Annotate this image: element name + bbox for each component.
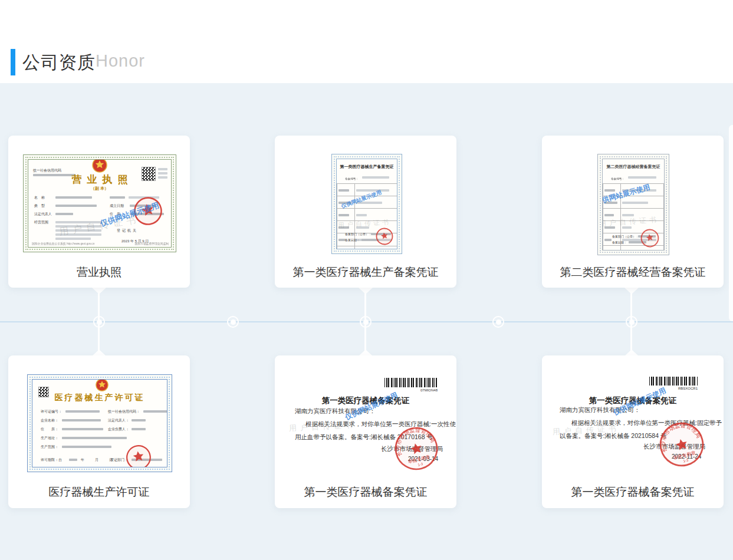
field-label: 成立日期 [110,203,124,209]
barcode-icon [649,377,698,386]
field-label: 许可证编号： [41,409,62,414]
field-label: 名 称 [34,195,45,200]
company-honor-page: 公司资质 Honor [0,0,733,560]
field-label: 至 [55,466,58,467]
section-header: 公司资质 Honor [0,0,733,83]
red-seal-icon [639,227,660,249]
certificate-card-production-license[interactable]: 医疗器械生产许可证 许可证编号： 统一社会信用代码： 企业名称： 法定代表人： … [8,355,190,508]
filing-date-label: 备案日期： [612,241,627,244]
business-license-image: 统一社会信用代码 营业执照 （副 本） 名 称 类 型 法定代表人 经营范围 [23,154,176,252]
honor-section: 统一社会信用代码 营业执照 （副 本） 名 称 类 型 法定代表人 经营范围 [0,83,733,560]
accent-bar [11,49,15,75]
field-label: 法定代表人 [34,212,52,217]
filing-no-label: 备案编号： [346,177,359,180]
page-title: 公司资质 [22,51,96,75]
license-title: 医疗器械生产许可证 [32,393,167,403]
card-caption: 第二类医疗器械经营备案凭证 [542,265,724,280]
card-caption: 医疗器械生产许可证 [8,485,190,500]
timeline-dot [93,316,105,328]
cert-title: 第一类医疗器械生产备案凭证 [337,164,397,170]
certificate-card-class1-filing-tourniquet[interactable]: 07MION48 第一类医疗器械备案凭证 湖南力宾医疗科技有限公司： 根据相关法… [275,355,456,508]
red-seal-icon [124,443,153,467]
barcode-text: RBSXOCR1 [649,387,698,390]
field-label: 许可期限：自 [41,457,62,463]
field-label: 生产地址： [41,436,58,441]
red-seal-icon [374,226,395,247]
field-label: 经营范围 [34,220,48,225]
production-license-image: 医疗器械生产许可证 许可证编号： 统一社会信用代码： 企业名称： 法定代表人： … [27,374,172,472]
registry-label: 登记机关 [117,228,138,233]
red-seal-icon: 长沙市市场监督管理局 审批专用章 1-3 [389,421,443,476]
license-footer-right: 国家市场监督管理总局监制 [134,242,169,246]
qr-code-icon [142,167,156,181]
timeline-dot [492,316,504,328]
certificate-card-class2-operation-filing[interactable]: 第二类医疗器械经营备案凭证 备案编号： [542,136,724,288]
cert-title: 第一类医疗器械备案凭证 [542,396,724,406]
filing-dept-label: 备案部门（公章）： [345,232,372,236]
cert-line1: 湖南力宾医疗科技有限公司： [295,407,376,416]
card-caption: 营业执照 [8,265,190,280]
timeline-dot [360,316,372,328]
field-label: 企业负责人： [108,427,129,432]
card-caption: 第一类医疗器械备案凭证 [542,485,724,500]
field-label: 企业名称： [41,418,58,423]
connector-arrow-down [92,288,106,294]
field-label: 住 所 [110,212,120,217]
page-subtitle: Honor [96,51,145,71]
cert-line3: 以备案。备案号:湘长械备 20210584 号 [560,432,666,440]
license-footer-left: 国家企业信用信息公示系统 http://www.gsxt.gov.cn [32,242,94,246]
cert-title: 第一类医疗器械备案凭证 [275,396,456,406]
certificate-card-class1-production-filing[interactable]: 第一类医疗器械生产备案凭证 备案编号： 备案部门（公章）： [275,136,456,288]
certificate-card-class1-filing-strap[interactable]: RBSXOCR1 第一类医疗器械备案凭证 湖南力宾医疗科技有限公司： 根据相关法… [542,355,724,508]
connector-arrow-down [624,288,639,294]
class1-production-filing-image: 第一类医疗器械生产备案凭证 备案编号： 备案部门（公章）： [331,154,402,254]
filing-dept-label: 备案部门（公章）： [612,235,639,238]
barcode-icon [384,378,438,387]
field-label: 发证日期： [110,466,128,467]
field-label: 生产范围： [41,444,58,450]
red-seal-icon [130,193,165,228]
filing-no-label: 备案编号： [612,177,625,180]
national-emblem-icon [96,379,109,391]
carousel-peek-card[interactable] [729,125,733,321]
filing-date-label: 备案日期： [345,238,360,242]
timeline-dot [227,316,239,328]
field-label: 类 型 [34,203,45,209]
field-label: 统一社会信用代码： [108,409,140,414]
field-label: 法定代表人： [108,418,129,423]
connector-arrow-down [359,288,373,294]
barcode-text: 07MION48 [384,388,438,392]
license-copy-label: （副 本） [28,186,171,192]
card-caption: 第一类医疗器械生产备案凭证 [275,265,456,280]
national-emblem-icon [92,159,107,173]
field-label: 住 所： [41,427,58,432]
class2-operation-filing-image: 第二类医疗器械经营备案凭证 备案编号： [597,154,669,255]
certificate-card-business-license[interactable]: 统一社会信用代码 营业执照 （副 本） 名 称 类 型 法定代表人 经营范围 [8,136,190,288]
cert-title: 第二类医疗器械经营备案凭证 [603,164,664,170]
timeline-dot [626,316,637,328]
card-caption: 第一类医疗器械备案凭证 [275,485,456,500]
cert-line1: 湖南力宾医疗科技有限公司： [560,406,640,414]
